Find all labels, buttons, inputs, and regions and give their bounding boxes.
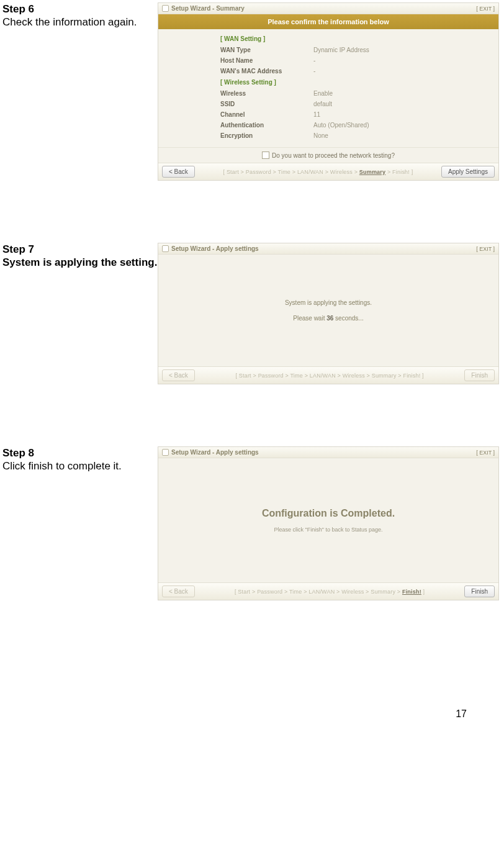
apply-settings-button[interactable]: Apply Settings <box>441 166 495 178</box>
window-titlebar: Setup Wizard - Summary [ EXIT ] <box>158 3 498 14</box>
titlebar-left: Setup Wizard - Summary <box>162 5 245 12</box>
step-8-text: Step 8 Click finish to complete it. <box>2 446 158 473</box>
summary-fields: [ WAN Setting ] WAN TypeDynamic IP Addre… <box>158 29 498 147</box>
breadcrumb: [ Start > Password > Time > LAN/WAN > Wi… <box>235 589 425 595</box>
step-7-row: Step 7 System is applying the setting. S… <box>2 243 499 384</box>
completed-message: Configuration is Completed. Please click… <box>158 458 498 582</box>
window-title: Setup Wizard - Summary <box>171 5 245 12</box>
k: Channel <box>220 111 313 118</box>
window-footer: < Back [ Start > Password > Time > LAN/W… <box>158 582 498 600</box>
k: Wireless <box>220 90 313 97</box>
window-title: Setup Wizard - Apply settings <box>171 449 259 456</box>
step-7-desc: System is applying the setting. <box>2 256 157 268</box>
finish-button[interactable]: Finish <box>464 586 495 597</box>
kv-wan-type: WAN TypeDynamic IP Address <box>220 45 492 55</box>
document-page: Step 6 Check the information again. Setu… <box>0 0 504 725</box>
page-number: 17 <box>456 708 467 720</box>
k: SSID <box>220 101 313 107</box>
window-footer: < Back [ Start > Password > Time > LAN/W… <box>158 366 498 384</box>
window-icon <box>162 245 169 252</box>
v: Enable <box>313 90 333 97</box>
proceed-checkbox[interactable] <box>262 152 269 159</box>
k: Authentication <box>220 122 313 129</box>
kv-encryption: EncryptionNone <box>220 130 492 141</box>
exit-button[interactable]: [ EXIT ] <box>476 6 495 12</box>
window-title: Setup Wizard - Apply settings <box>171 245 259 252</box>
crumbs-post: ] <box>421 589 425 595</box>
completed-title: Configuration is Completed. <box>262 508 395 519</box>
kv-host-name: Host Name- <box>220 55 492 66</box>
kv-mac: WAN's MAC Address- <box>220 66 492 76</box>
kv-ssid: SSIDdefault <box>220 99 492 109</box>
crumbs-current: Finish! <box>402 589 421 595</box>
wait-seconds: 36 <box>326 315 333 322</box>
window-titlebar: Setup Wizard - Apply settings [ EXIT ] <box>158 243 498 255</box>
window-body: System is applying the settings. Please … <box>158 255 498 366</box>
applying-line2: Please wait 36 seconds... <box>293 315 363 322</box>
v: Auto (Open/Shared) <box>313 122 369 129</box>
v: default <box>313 101 332 107</box>
kv-wireless: WirelessEnable <box>220 88 492 99</box>
crumbs-pre: [ Start > Password > Time > LAN/WAN > Wi… <box>223 169 359 175</box>
exit-button[interactable]: [ EXIT ] <box>476 246 495 252</box>
v: - <box>313 57 315 64</box>
crumbs-post: > Finish! ] <box>385 169 413 175</box>
v: - <box>313 68 315 75</box>
window-icon <box>162 5 169 12</box>
v: None <box>313 132 328 139</box>
breadcrumb: [ Start > Password > Time > LAN/WAN > Wi… <box>223 169 413 175</box>
step-7-title: Step 7 <box>2 243 34 255</box>
back-button-disabled: < Back <box>162 586 195 597</box>
window-icon <box>162 449 169 456</box>
back-button-disabled: < Back <box>162 369 195 381</box>
k: Encryption <box>220 132 313 139</box>
step-6-title: Step 6 <box>2 3 34 15</box>
titlebar-left: Setup Wizard - Apply settings <box>162 245 259 252</box>
step-8-title: Step 8 <box>2 447 34 459</box>
v: 11 <box>313 111 320 118</box>
finish-button-disabled: Finish <box>464 369 495 381</box>
k: WAN's MAC Address <box>220 68 313 75</box>
step-6-text: Step 6 Check the information again. <box>2 2 158 29</box>
window-footer: < Back [ Start > Password > Time > LAN/W… <box>158 163 498 180</box>
step-6-screenshot: Setup Wizard - Summary [ EXIT ] Please c… <box>158 2 499 181</box>
confirm-banner: Please confirm the information below <box>158 14 498 29</box>
proceed-row: Do you want to proceed the network testi… <box>158 147 498 163</box>
kv-channel: Channel11 <box>220 109 492 120</box>
crumbs-current: Summary <box>359 169 385 175</box>
titlebar-left: Setup Wizard - Apply settings <box>162 449 259 456</box>
wan-section-header: [ WAN Setting ] <box>220 35 492 42</box>
step-8-row: Step 8 Click finish to complete it. Setu… <box>2 446 499 600</box>
step-7-screenshot: Setup Wizard - Apply settings [ EXIT ] S… <box>158 243 499 384</box>
step-6-row: Step 6 Check the information again. Setu… <box>2 2 499 181</box>
wait-pre: Please wait <box>293 315 326 322</box>
wait-post: seconds... <box>333 315 363 322</box>
k: Host Name <box>220 57 313 64</box>
back-button[interactable]: < Back <box>162 166 195 178</box>
applying-message: System is applying the settings. Please … <box>158 255 498 366</box>
window-body: Please confirm the information below [ W… <box>158 14 498 163</box>
applying-line1: System is applying the settings. <box>285 299 372 306</box>
step-7-text: Step 7 System is applying the setting. <box>2 243 158 269</box>
v: Dynamic IP Address <box>313 47 369 53</box>
step-6-desc: Check the information again. <box>2 16 137 28</box>
kv-auth: AuthenticationAuto (Open/Shared) <box>220 120 492 130</box>
breadcrumb: [ Start > Password > Time > LAN/WAN > Wi… <box>235 373 423 379</box>
wireless-section-header: [ Wireless Setting ] <box>220 79 492 86</box>
step-8-desc: Click finish to complete it. <box>2 460 122 472</box>
crumbs-pre: [ Start > Password > Time > LAN/WAN > Wi… <box>235 589 402 595</box>
k: WAN Type <box>220 47 313 53</box>
completed-subtitle: Please click "Finish" to back to Status … <box>274 527 383 533</box>
exit-button[interactable]: [ EXIT ] <box>476 450 495 456</box>
step-8-screenshot: Setup Wizard - Apply settings [ EXIT ] C… <box>158 446 499 600</box>
window-body: Configuration is Completed. Please click… <box>158 458 498 582</box>
proceed-label: Do you want to proceed the network testi… <box>272 152 395 159</box>
window-titlebar: Setup Wizard - Apply settings [ EXIT ] <box>158 447 498 458</box>
